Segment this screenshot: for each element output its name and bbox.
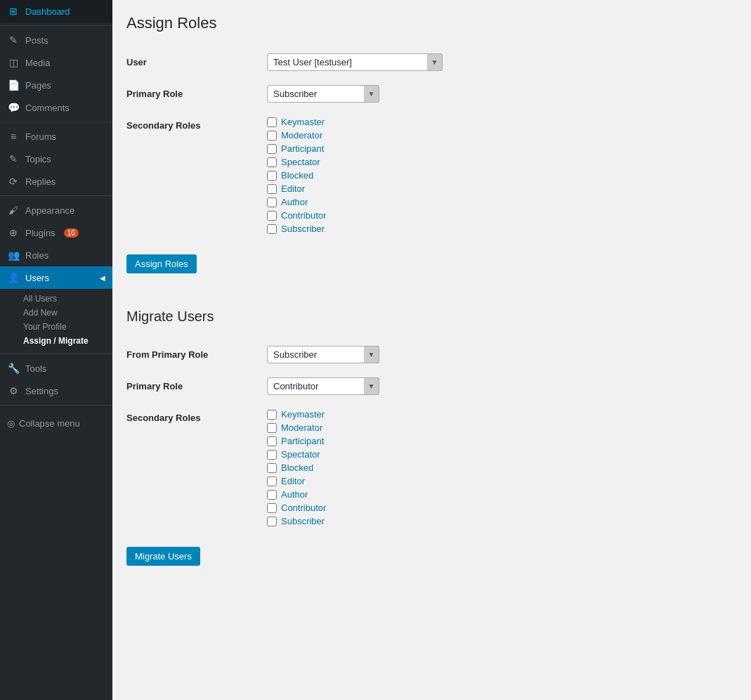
user-select[interactable]: Test User [testuser]: [267, 53, 443, 71]
sidebar-item-settings[interactable]: ⚙ Settings: [0, 380, 112, 402]
sidebar-item-roles[interactable]: 👥 Roles: [0, 244, 112, 266]
assign-primary-role-wrap[interactable]: Subscriber ▼: [267, 85, 379, 103]
sidebar-item-replies[interactable]: ⟳ Replies: [0, 170, 112, 193]
pages-icon: 📄: [7, 79, 20, 91]
checkbox-subscriber-migrate[interactable]: [267, 517, 277, 526]
list-item: Subscriber: [267, 516, 737, 526]
sidebar-item-tools[interactable]: 🔧 Tools: [0, 357, 112, 380]
checkbox-participant-migrate[interactable]: [267, 436, 277, 446]
assign-roles-form: User Test User [testuser] ▼ Primary Role…: [126, 46, 737, 244]
migrate-users-button[interactable]: Migrate Users: [126, 547, 200, 566]
list-item: Editor: [267, 476, 737, 486]
list-item: Spectator: [267, 449, 737, 460]
checkbox-keymaster-migrate[interactable]: [267, 410, 277, 420]
sidebar-item-forums[interactable]: ≡ Forums: [0, 125, 112, 148]
comments-icon: 💬: [7, 102, 20, 113]
users-icon: 👤: [7, 272, 20, 283]
assign-secondary-roles-list: Keymaster Moderator Participant Spectato…: [267, 117, 737, 234]
media-icon: ◫: [7, 57, 20, 68]
checkbox-author-assign[interactable]: [267, 197, 277, 207]
submenu-all-users[interactable]: All Users: [20, 292, 112, 306]
assign-primary-role-label: Primary Role: [126, 78, 267, 110]
checkbox-participant-assign[interactable]: [267, 144, 277, 154]
checkbox-subscriber-assign[interactable]: [267, 224, 277, 234]
plugins-icon: ⊕: [7, 227, 20, 238]
migrate-secondary-roles-label: Secondary Roles: [126, 402, 267, 536]
collapse-menu[interactable]: ◎ Collapse menu: [0, 413, 112, 434]
assign-roles-title: Assign Roles: [126, 14, 737, 32]
list-item: Participant: [267, 143, 737, 154]
replies-icon: ⟳: [7, 176, 20, 187]
users-arrow: ◀: [100, 274, 105, 282]
sidebar-item-dashboard[interactable]: ⊞ Dashboard: [0, 0, 112, 22]
checkbox-author-migrate[interactable]: [267, 490, 277, 500]
assign-roles-button[interactable]: Assign Roles: [126, 254, 197, 273]
checkbox-blocked-assign[interactable]: [267, 171, 277, 181]
migrate-primary-role-wrap[interactable]: Contributor ▼: [267, 377, 379, 395]
list-item: Author: [267, 489, 737, 500]
checkbox-moderator-migrate[interactable]: [267, 423, 277, 433]
list-item: Editor: [267, 183, 737, 194]
checkbox-contributor-migrate[interactable]: [267, 503, 277, 513]
migrate-users-form: From Primary Role Subscriber ▼ Primary R…: [126, 339, 737, 536]
sidebar-item-users[interactable]: 👤 Users ◀: [0, 266, 112, 289]
checkbox-editor-assign[interactable]: [267, 184, 277, 194]
list-item: Contributor: [267, 210, 737, 221]
assign-secondary-roles-label: Secondary Roles: [126, 110, 267, 244]
from-primary-role-wrap[interactable]: Subscriber ▼: [267, 346, 379, 363]
assign-primary-role-select[interactable]: Subscriber: [267, 85, 379, 103]
users-submenu: All Users Add New Your Profile Assign / …: [0, 289, 112, 351]
checkbox-moderator-assign[interactable]: [267, 131, 277, 141]
user-select-wrap[interactable]: Test User [testuser] ▼: [267, 53, 443, 71]
posts-icon: ✎: [7, 34, 20, 46]
migrate-users-title: Migrate Users: [126, 309, 737, 325]
collapse-icon: ◎: [7, 418, 15, 429]
checkbox-spectator-migrate[interactable]: [267, 450, 277, 460]
migrate-primary-role-label: Primary Role: [126, 370, 267, 402]
sidebar-item-topics[interactable]: ✎ Topics: [0, 148, 112, 170]
checkbox-contributor-assign[interactable]: [267, 211, 277, 221]
sidebar-item-posts[interactable]: ✎ Posts: [0, 29, 112, 51]
list-item: Moderator: [267, 130, 737, 141]
checkbox-keymaster-assign[interactable]: [267, 117, 277, 127]
submenu-your-profile[interactable]: Your Profile: [20, 320, 112, 334]
tools-icon: 🔧: [7, 363, 20, 374]
list-item: Contributor: [267, 503, 737, 513]
sidebar-item-appearance[interactable]: 🖌 Appearance: [0, 199, 112, 221]
sidebar-item-media[interactable]: ◫ Media: [0, 51, 112, 74]
list-item: Participant: [267, 436, 737, 446]
from-primary-role-label: From Primary Role: [126, 339, 267, 370]
roles-icon: 👥: [7, 249, 20, 261]
forums-icon: ≡: [7, 131, 20, 142]
list-item: Subscriber: [267, 223, 737, 234]
submenu-add-new[interactable]: Add New: [20, 306, 112, 320]
plugins-badge: 10: [64, 228, 79, 238]
migrate-primary-role-select[interactable]: Contributor: [267, 377, 379, 395]
list-item: Blocked: [267, 462, 737, 473]
list-item: Blocked: [267, 170, 737, 181]
list-item: Keymaster: [267, 117, 737, 127]
checkbox-blocked-migrate[interactable]: [267, 463, 277, 473]
list-item: Keymaster: [267, 409, 737, 420]
topics-icon: ✎: [7, 153, 20, 164]
main-content: Assign Roles User Test User [testuser] ▼…: [112, 0, 751, 700]
sidebar-item-pages[interactable]: 📄 Pages: [0, 74, 112, 96]
list-item: Spectator: [267, 157, 737, 167]
from-primary-role-select[interactable]: Subscriber: [267, 346, 379, 363]
list-item: Author: [267, 197, 737, 207]
sidebar-item-comments[interactable]: 💬 Comments: [0, 96, 112, 119]
user-label: User: [126, 46, 267, 78]
settings-icon: ⚙: [7, 385, 20, 396]
sidebar: ⊞ Dashboard ✎ Posts ◫ Media 📄 Pages 💬 Co…: [0, 0, 112, 700]
migrate-secondary-roles-list: Keymaster Moderator Participant Spectato…: [267, 409, 737, 526]
dashboard-icon: ⊞: [7, 6, 20, 17]
submenu-assign-migrate[interactable]: Assign / Migrate: [20, 334, 112, 348]
checkbox-editor-migrate[interactable]: [267, 477, 277, 486]
appearance-icon: 🖌: [7, 205, 20, 216]
list-item: Moderator: [267, 422, 737, 433]
sidebar-item-plugins[interactable]: ⊕ Plugins 10: [0, 221, 112, 244]
checkbox-spectator-assign[interactable]: [267, 157, 277, 167]
